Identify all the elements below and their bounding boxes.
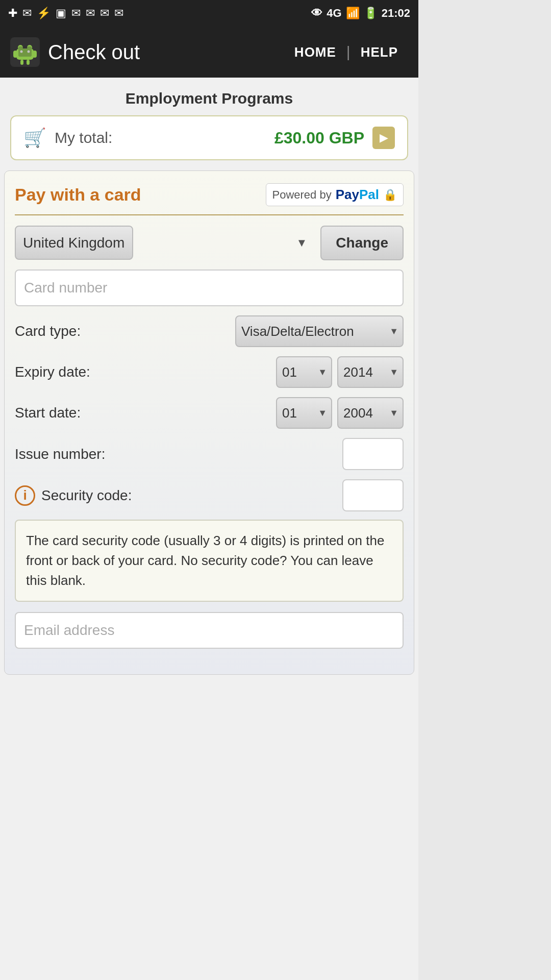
mail5-icon: ✉ (114, 7, 123, 20)
app-logo (10, 37, 40, 67)
app-bar: Check out HOME | HELP (0, 27, 418, 78)
time-display: 21:02 (382, 7, 410, 20)
start-date-controls: 010203 040506 070809 101112 200420052006… (133, 397, 404, 429)
svg-rect-10 (18, 46, 32, 57)
expiry-year-wrap: 201420152016 201720182019 2020 (337, 356, 404, 388)
paypal-badge: Powered by PayPal 🔒 (266, 183, 404, 206)
card-type-controls: Visa/Delta/Electron Mastercard Maestro A… (133, 315, 404, 347)
issue-number-input[interactable] (342, 438, 404, 470)
usb-icon: ⚡ (37, 7, 51, 20)
start-date-row: Start date: 010203 040506 070809 101112 … (15, 397, 404, 429)
signal-icon: 📶 (346, 7, 360, 20)
info-icon: i (15, 485, 35, 506)
svg-rect-4 (13, 51, 17, 58)
start-year-wrap: 200420052006 200720082009 201020112012 2… (337, 397, 404, 429)
total-amount: £30.00 GBP (274, 129, 364, 148)
total-play-button[interactable]: ▶ (372, 127, 395, 149)
section-title: Employment Programs (0, 78, 418, 115)
cart-icon: 🛒 (23, 127, 46, 149)
svg-rect-6 (20, 60, 23, 65)
security-code-input[interactable] (342, 479, 404, 511)
card-number-input[interactable] (15, 270, 404, 306)
eye-icon: 👁 (311, 7, 322, 20)
status-right: 👁 4G 📶 🔋 21:02 (311, 7, 410, 20)
security-note: The card security code (usually 3 or 4 d… (15, 520, 404, 602)
battery-icon: 🔋 (364, 7, 378, 20)
card-type-label: Card type: (15, 323, 127, 339)
total-label: My total: (55, 129, 266, 146)
expiry-date-row: Expiry date: 010203 040506 070809 101112… (15, 356, 404, 388)
country-select-wrap: United Kingdom United States Canada Aust… (15, 226, 314, 260)
help-button[interactable]: HELP (350, 39, 408, 65)
issue-number-row: Issue number: (15, 438, 404, 470)
mail3-icon: ✉ (86, 7, 95, 20)
expiry-month-select[interactable]: 010203 040506 070809 101112 (276, 356, 332, 388)
mail4-icon: ✉ (100, 7, 109, 20)
issue-number-controls (133, 438, 404, 470)
card-type-select-wrap: Visa/Delta/Electron Mastercard Maestro A… (235, 315, 404, 347)
expiry-controls: 010203 040506 070809 101112 201420152016… (133, 356, 404, 388)
lock-icon: 🔒 (383, 188, 397, 202)
powered-by-text: Powered by (272, 188, 332, 202)
expiry-year-select[interactable]: 201420152016 201720182019 2020 (337, 356, 404, 388)
payment-header: Pay with a card Powered by PayPal 🔒 (15, 183, 404, 215)
security-code-label: Security code: (41, 487, 336, 504)
card-type-row: Card type: Visa/Delta/Electron Mastercar… (15, 315, 404, 347)
mail2-icon: ✉ (71, 7, 81, 20)
email-input[interactable] (15, 612, 404, 649)
status-icons: ✚ ✉ ⚡ ▣ ✉ ✉ ✉ ✉ (8, 7, 123, 20)
svg-rect-5 (33, 51, 37, 58)
home-button[interactable]: HOME (284, 39, 346, 65)
start-date-label: Start date: (15, 405, 127, 421)
svg-rect-7 (27, 60, 30, 65)
main-content: Employment Programs 🛒 My total: £30.00 G… (0, 78, 418, 980)
change-country-button[interactable]: Change (320, 226, 404, 260)
start-month-select[interactable]: 010203 040506 070809 101112 (276, 397, 332, 429)
start-year-select[interactable]: 200420052006 200720082009 201020112012 2… (337, 397, 404, 429)
total-card: 🛒 My total: £30.00 GBP ▶ (10, 115, 408, 160)
card-type-select[interactable]: Visa/Delta/Electron Mastercard Maestro A… (235, 315, 404, 347)
nav-divider: | (346, 43, 350, 61)
country-select[interactable]: United Kingdom United States Canada Aust… (15, 226, 133, 260)
security-code-row: i Security code: (15, 479, 404, 511)
country-row: United Kingdom United States Canada Aust… (15, 226, 404, 260)
voicemail-icon: ▣ (56, 7, 66, 20)
page-title: Check out (48, 41, 284, 64)
pay-with-card-label: Pay with a card (15, 185, 141, 205)
add-icon: ✚ (8, 7, 17, 20)
network-type: 4G (327, 7, 341, 20)
start-month-wrap: 010203 040506 070809 101112 (276, 397, 332, 429)
issue-number-label: Issue number: (15, 446, 127, 462)
app-nav: HOME | HELP (284, 39, 408, 65)
status-bar: ✚ ✉ ⚡ ▣ ✉ ✉ ✉ ✉ 👁 4G 📶 🔋 21:02 (0, 0, 418, 27)
expiry-label: Expiry date: (15, 364, 127, 380)
payment-form: Pay with a card Powered by PayPal 🔒 Unit… (4, 170, 414, 675)
expiry-month-wrap: 010203 040506 070809 101112 (276, 356, 332, 388)
mail-icon: ✉ (22, 7, 32, 20)
paypal-logo: PayPal (336, 187, 379, 203)
